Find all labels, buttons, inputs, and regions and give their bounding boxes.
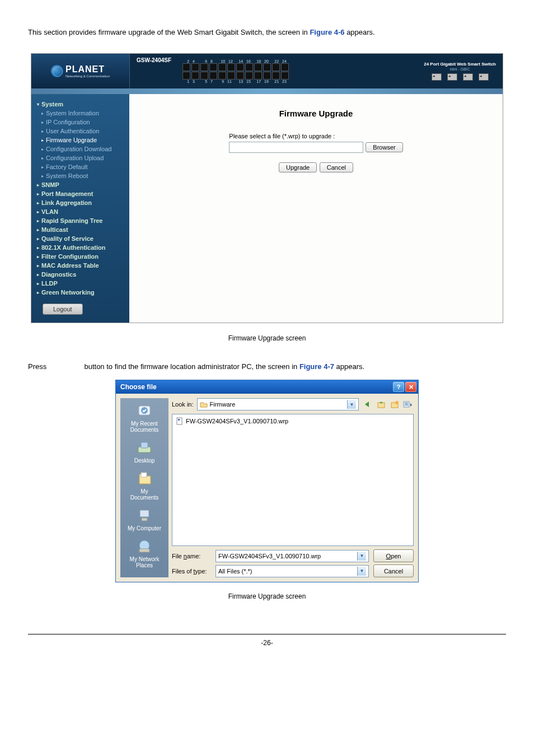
- upgrade-button[interactable]: Upgrade: [279, 162, 317, 172]
- logo-subtext: Networking & Communication: [65, 74, 110, 78]
- planet-logo-icon: [51, 65, 63, 77]
- file-item[interactable]: FW-GSW2404SFv3_V1.0090710.wrp: [175, 417, 289, 426]
- gbic-slot: [432, 73, 442, 81]
- sidebar-item[interactable]: ▸System Reboot: [31, 171, 129, 180]
- chevron-icon: ▸: [37, 272, 39, 277]
- page-number: -26-: [28, 634, 506, 647]
- figure-4-7-link[interactable]: Figure 4-7: [299, 362, 334, 371]
- sidebar-group[interactable]: ▸Multicast: [31, 225, 129, 234]
- sidebar-group[interactable]: ▸Green Networking: [31, 288, 129, 297]
- chevron-icon: ▸: [37, 263, 39, 268]
- chevron-icon: ▸: [37, 290, 39, 295]
- logo-text: PLANET: [65, 64, 110, 74]
- sidebar-item[interactable]: ▸IP Configuration: [31, 118, 129, 127]
- sidebar-group[interactable]: ▸802.1X Authentication: [31, 243, 129, 252]
- model-label: GSW-2404SF: [137, 57, 171, 63]
- folder-open-icon: [200, 401, 208, 408]
- intro-paragraph: This section provides firmware upgrade o…: [28, 28, 506, 36]
- chevron-icon: ▸: [37, 245, 39, 250]
- sidebar-item[interactable]: ▸Firmware Upgrade: [31, 136, 129, 144]
- file-name: FW-GSW2404SFv3_V1.0090710.wrp: [186, 418, 288, 424]
- gbic-slot: [447, 73, 457, 81]
- back-icon[interactable]: [362, 399, 373, 410]
- place-item[interactable]: Desktop: [134, 438, 155, 464]
- bullet-icon: ▸: [41, 174, 44, 179]
- dialog-cancel-button[interactable]: Cancel: [373, 564, 414, 577]
- sidebar-item[interactable]: ▸Factory Default: [31, 162, 129, 171]
- figure-caption-1: Firmware Upgrade screen: [28, 334, 506, 342]
- sidebar: ▾System▸System Information▸IP Configurat…: [31, 94, 129, 323]
- sidebar-group[interactable]: ▸Link Aggregation: [31, 198, 129, 207]
- sidebar-group[interactable]: ▸SNMP: [31, 180, 129, 189]
- bullet-icon: ▸: [41, 165, 44, 170]
- view-menu-icon[interactable]: [402, 399, 414, 410]
- up-folder-icon[interactable]: [376, 399, 387, 410]
- sidebar-group[interactable]: ▸Rapid Spanning Tree: [31, 216, 129, 225]
- switch-title: 24 Port Gigabit Web Smart Switch: [424, 62, 496, 67]
- cancel-button[interactable]: Cancel: [320, 162, 353, 172]
- help-button[interactable]: ?: [393, 382, 404, 392]
- sidebar-group[interactable]: ▸MAC Address Table: [31, 261, 129, 270]
- places-bar: My RecentDocumentsDesktopMyDocumentsMy C…: [120, 398, 168, 577]
- svg-rect-3: [141, 442, 148, 448]
- chevron-icon: ▸: [37, 209, 39, 214]
- new-folder-icon[interactable]: [389, 399, 400, 410]
- place-item[interactable]: My RecentDocuments: [130, 402, 159, 433]
- place-icon: [135, 537, 153, 555]
- filename-combo[interactable]: FW-GSW2404SFv3_V1.0090710.wrp ▼: [216, 550, 369, 562]
- chevron-icon: ▸: [37, 218, 39, 223]
- chevron-down-icon[interactable]: ▼: [347, 400, 356, 409]
- svg-rect-16: [177, 418, 182, 424]
- place-icon: [135, 402, 153, 419]
- sidebar-group[interactable]: ▸Port Management: [31, 189, 129, 198]
- chevron-icon: ▸: [37, 192, 39, 197]
- bullet-icon: ▸: [41, 120, 44, 125]
- figure-4-6-link[interactable]: Figure 4-6: [310, 28, 344, 36]
- place-item[interactable]: My NetworkPlaces: [130, 537, 160, 568]
- browser-button[interactable]: Browser: [366, 142, 402, 152]
- filename-label: File name:: [172, 553, 211, 559]
- sidebar-group[interactable]: ▸VLAN: [31, 207, 129, 216]
- open-button[interactable]: Open: [373, 549, 414, 562]
- file-list[interactable]: FW-GSW2404SFv3_V1.0090710.wrp: [172, 414, 414, 546]
- svg-rect-17: [178, 419, 180, 421]
- chevron-icon: ▸: [37, 200, 39, 206]
- sidebar-group[interactable]: ▾System: [31, 100, 129, 109]
- place-item[interactable]: My Computer: [128, 506, 161, 531]
- app-header: PLANET Networking & Communication GSW-24…: [31, 54, 503, 88]
- content-title: Firmware Upgrade: [279, 109, 353, 118]
- sidebar-group[interactable]: ▸LLDP: [31, 279, 129, 288]
- filetype-combo[interactable]: All Files (*.*) ▼: [216, 565, 369, 577]
- place-item[interactable]: MyDocuments: [130, 469, 159, 501]
- filename-value: FW-GSW2404SFv3_V1.0090710.wrp: [218, 553, 357, 559]
- sidebar-group[interactable]: ▸Filter Configuration: [31, 252, 129, 261]
- filetype-value: All Files (*.*): [218, 568, 357, 575]
- figure-caption-2: Firmware Upgrade screen: [28, 592, 506, 600]
- sidebar-item[interactable]: ▸System Information: [31, 109, 129, 118]
- file-icon: [176, 417, 184, 425]
- svg-rect-14: [405, 404, 408, 404]
- dialog-titlebar: Choose file ? ✕: [116, 380, 418, 394]
- sidebar-item[interactable]: ▸Configuration Download: [31, 144, 129, 153]
- switch-web-ui: PLANET Networking & Communication GSW-24…: [31, 53, 503, 323]
- sidebar-group[interactable]: ▸Quality of Service: [31, 234, 129, 243]
- gbic-slot: [463, 73, 473, 81]
- close-button[interactable]: ✕: [405, 382, 416, 392]
- upgrade-instruction: Please select a file (*.wrp) to upgrade …: [229, 133, 335, 139]
- svg-rect-8: [139, 549, 149, 552]
- chevron-icon: ▸: [37, 254, 39, 259]
- bullet-icon: ▸: [41, 156, 44, 161]
- chevron-icon: ▸: [37, 183, 39, 188]
- chevron-down-icon[interactable]: ▼: [357, 552, 366, 561]
- bullet-icon: ▸: [41, 138, 44, 143]
- sidebar-group[interactable]: ▸Diagnostics: [31, 270, 129, 279]
- chevron-icon: ▸: [37, 236, 39, 241]
- place-icon: [135, 438, 153, 456]
- sidebar-item[interactable]: ▸Configuration Upload: [31, 153, 129, 162]
- chevron-down-icon[interactable]: ▼: [357, 567, 366, 576]
- chevron-icon: ▸: [37, 227, 39, 232]
- sidebar-item[interactable]: ▸User Authentication: [31, 127, 129, 136]
- lookin-select[interactable]: Firmware ▼: [197, 398, 359, 410]
- firmware-file-input[interactable]: [229, 142, 363, 153]
- logout-button[interactable]: Logout: [43, 304, 83, 315]
